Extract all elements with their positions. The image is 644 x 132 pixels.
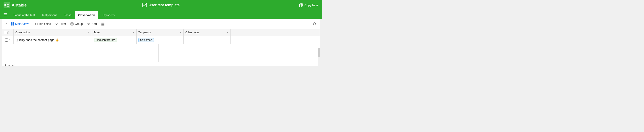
tab-bar: Focus of the test Testpersons Tasks Obse… xyxy=(0,10,322,19)
header-testperson[interactable]: Testperson ▼ xyxy=(137,29,184,36)
observation-column-chevron: ▼ xyxy=(88,31,90,34)
tab-focus-of-the-test[interactable]: Focus of the test xyxy=(10,11,38,19)
observation-cell[interactable]: Quickly finds the contact-page 👍 xyxy=(14,36,92,44)
main-content: Main View Hide fields Filter Group xyxy=(2,19,320,66)
tab-tasks[interactable]: Tasks xyxy=(61,11,74,19)
view-chevron-icon[interactable] xyxy=(5,23,7,25)
copy-base-label: Copy base xyxy=(304,4,318,7)
record-count: 1 record xyxy=(5,64,14,66)
tab-keywords[interactable]: Keywords xyxy=(98,11,118,19)
logo-text: Airtable xyxy=(12,3,26,8)
table-row[interactable]: 1 Quickly finds the contact-page 👍 Find … xyxy=(2,36,320,44)
tasks-column-chevron: ▼ xyxy=(132,31,134,34)
empty-tasks xyxy=(158,44,203,62)
testperson-column-label: Testperson xyxy=(138,31,152,34)
app-header: Airtable User test template Copy base xyxy=(0,0,322,10)
empty-obs xyxy=(2,44,80,62)
svg-rect-8 xyxy=(12,24,14,26)
table-header: Observation ▼ Tasks ▼ Testperson ▼ Other… xyxy=(2,29,320,36)
main-view-label: Main View xyxy=(15,22,28,26)
svg-rect-6 xyxy=(12,22,14,24)
title-text: User test template xyxy=(149,3,180,7)
testperson-column-chevron: ▼ xyxy=(179,31,182,34)
hide-fields-label: Hide fields xyxy=(37,22,51,26)
other-notes-column-chevron: ▼ xyxy=(226,31,228,34)
page-title: User test template xyxy=(142,3,180,8)
copy-base-button[interactable]: Copy base xyxy=(299,3,318,7)
tasks-cell[interactable]: Find contact info xyxy=(92,36,137,44)
other-notes-cell[interactable] xyxy=(184,36,230,44)
header-observation[interactable]: Observation ▼ xyxy=(14,29,92,36)
filter-label: Filter xyxy=(60,22,66,26)
search-button[interactable] xyxy=(312,21,317,26)
sort-button[interactable]: Sort xyxy=(86,21,98,26)
testperson-cell[interactable]: Salesman xyxy=(137,36,184,44)
row-checkbox[interactable] xyxy=(5,38,8,42)
empty-rows-area xyxy=(2,44,320,62)
toolbar: Main View Hide fields Filter Group xyxy=(2,19,320,29)
empty-testperson xyxy=(203,44,250,62)
main-view-button[interactable]: Main View xyxy=(9,21,30,27)
tasks-tag: Find contact info xyxy=(94,38,117,42)
table-footer: 1 record xyxy=(2,62,320,66)
logo[interactable]: Airtable xyxy=(4,2,26,8)
header-tasks[interactable]: Tasks ▼ xyxy=(92,29,137,36)
sort-label: Sort xyxy=(92,22,97,26)
row-height-button[interactable] xyxy=(100,21,106,26)
svg-rect-5 xyxy=(11,22,12,24)
table-wrapper: Observation ▼ Tasks ▼ Testperson ▼ Other… xyxy=(2,29,320,66)
svg-rect-3 xyxy=(300,4,302,7)
tasks-column-label: Tasks xyxy=(94,31,100,34)
tab-observation[interactable]: Observation xyxy=(75,11,98,19)
header-other-notes[interactable]: Other notes ▼ xyxy=(184,29,230,36)
testperson-tag: Salesman xyxy=(138,38,154,42)
group-button[interactable]: Group xyxy=(69,21,84,26)
empty-observation xyxy=(80,44,158,62)
other-notes-column-label: Other notes xyxy=(185,31,200,34)
svg-rect-10 xyxy=(71,22,72,24)
empty-othernotes xyxy=(250,44,297,62)
svg-rect-11 xyxy=(72,22,73,24)
select-all-checkbox[interactable] xyxy=(4,31,7,34)
svg-rect-13 xyxy=(72,24,73,25)
observation-column-label: Observation xyxy=(16,31,30,34)
empty-extra xyxy=(297,44,320,62)
svg-rect-15 xyxy=(8,32,9,34)
scrollbar-thumb[interactable] xyxy=(318,48,320,57)
more-options-button[interactable]: ··· xyxy=(107,21,114,27)
header-extra xyxy=(230,29,320,36)
extra-cell xyxy=(230,36,320,44)
hide-fields-button[interactable]: Hide fields xyxy=(31,21,53,26)
lock-icon xyxy=(7,31,12,34)
tab-testpersons[interactable]: Testpersons xyxy=(38,11,60,19)
row-number-cell: 1 xyxy=(2,36,14,44)
header-checkbox-cell xyxy=(2,29,14,36)
filter-button[interactable]: Filter xyxy=(54,21,68,26)
row-number: 1 xyxy=(9,39,10,42)
scrollbar[interactable] xyxy=(318,48,320,66)
hamburger-button[interactable] xyxy=(2,11,9,18)
observation-value: Quickly finds the contact-page 👍 xyxy=(16,38,59,42)
more-options-label: ··· xyxy=(109,22,112,26)
svg-rect-12 xyxy=(71,24,72,25)
svg-rect-7 xyxy=(11,24,12,26)
svg-rect-1 xyxy=(143,3,147,7)
group-label: Group xyxy=(75,22,83,26)
